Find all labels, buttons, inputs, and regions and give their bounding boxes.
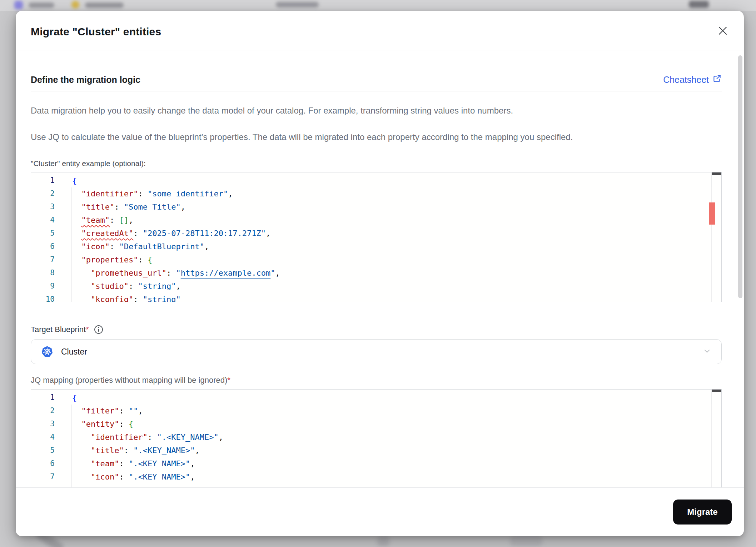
line-number: 9: [31, 280, 64, 293]
modal-scrollbar-thumb[interactable]: [738, 55, 742, 298]
editor-scrollbar-track: [711, 172, 721, 302]
background-text: [85, 2, 124, 8]
chevron-down-icon: [703, 347, 711, 357]
target-blueprint-label: Target Blueprint*: [31, 325, 89, 334]
editor-scrollbar-track: [711, 390, 721, 487]
code-content: "createdAt": "2025-07-28T11:20:17.271Z",: [64, 227, 711, 240]
editor-scrollbar-thumb[interactable]: [712, 390, 721, 392]
cheatsheet-label: Cheatsheet: [663, 75, 709, 85]
line-number: 2: [31, 187, 64, 200]
indent-guide: [71, 187, 72, 302]
code-line: 5 "title": ".<KEY_NAME>",: [31, 444, 721, 457]
line-number: 8: [31, 266, 64, 280]
error-overview-marker: [709, 202, 715, 225]
cheatsheet-link[interactable]: Cheatsheet: [663, 74, 722, 85]
code-line: 7 "icon": ".<KEY_NAME>",: [31, 470, 721, 483]
close-icon: [717, 25, 728, 37]
target-blueprint-value: Cluster: [61, 347, 703, 357]
modal-header: Migrate "Cluster" entities: [16, 11, 744, 50]
line-number: 10: [31, 293, 64, 302]
line-number: 5: [31, 227, 64, 240]
code-line: 10 "kconfig": "string": [31, 293, 721, 302]
code-content: "team": [],: [64, 214, 711, 227]
code-content: "studio": "string",: [64, 280, 711, 293]
code-line: 6 "icon": "DefaultBlueprint",: [31, 240, 721, 253]
section-heading: Define the migration logic: [31, 75, 140, 85]
description-paragraph-1: Data migration help you to easily change…: [31, 105, 722, 116]
line-number: 6: [31, 457, 64, 470]
code-line: 3 "entity": {: [31, 417, 721, 431]
background-shape: [377, 536, 389, 546]
code-content: "identifier": "some_identifier",: [64, 187, 711, 200]
code-line: 2 "filter": "",: [31, 404, 721, 417]
code-line: 6 "team": ".<KEY_NAME>",: [31, 457, 721, 470]
code-content: "kconfig": "string": [64, 293, 711, 302]
background-app-bar: [0, 0, 756, 11]
editor-scrollbar-thumb[interactable]: [712, 172, 721, 175]
entity-example-label: "Cluster" entity example (optional):: [31, 159, 722, 168]
target-blueprint-select[interactable]: Cluster: [31, 339, 722, 364]
indent-guide: [71, 405, 72, 487]
background-search: [276, 2, 319, 7]
jq-mapping-label: JQ mapping (properties without mapping w…: [31, 376, 722, 385]
modal-footer: Migrate: [16, 487, 744, 536]
code-content: "title": ".<KEY_NAME>",: [64, 444, 711, 457]
code-line: 7 "properties": {: [31, 253, 721, 266]
code-content: "icon": "DefaultBlueprint",: [64, 240, 711, 253]
line-number: 3: [31, 417, 64, 431]
code-line: 2 "identifier": "some_identifier",: [31, 187, 721, 200]
info-icon[interactable]: [94, 325, 103, 334]
code-content: "entity": {: [64, 417, 711, 431]
migrate-entities-modal: Migrate "Cluster" entities Define the mi…: [16, 11, 744, 536]
code-content: {: [64, 391, 711, 404]
line-number: 5: [31, 444, 64, 457]
description-paragraph-2: Use JQ to calculate the value of the blu…: [31, 131, 722, 143]
code-line: 9 "studio": "string",: [31, 280, 721, 293]
code-line: 3 "title": "Some Title",: [31, 200, 721, 214]
code-line: 1{: [31, 174, 721, 187]
background-shape: [510, 536, 542, 546]
entity-example-editor[interactable]: 1{2 "identifier": "some_identifier",3 "t…: [31, 172, 722, 302]
required-asterisk: *: [227, 376, 230, 385]
code-line: 8 "prometheus_url": "https://example.com…: [31, 266, 721, 280]
code-line: 4 "team": [],: [31, 214, 721, 227]
modal-title: Migrate "Cluster" entities: [31, 26, 727, 38]
close-button[interactable]: [717, 25, 729, 37]
external-link-icon: [712, 74, 722, 85]
code-content: "filter": "",: [64, 404, 711, 417]
kubernetes-icon: [41, 346, 53, 358]
background-controls: [689, 1, 709, 8]
migrate-button[interactable]: Migrate: [673, 500, 732, 525]
code-content: "title": "Some Title",: [64, 200, 711, 214]
background-app-icon: [14, 1, 23, 9]
modal-body: Define the migration logic Cheatsheet Da…: [16, 50, 744, 487]
line-number: 7: [31, 253, 64, 266]
line-number: 1: [31, 391, 64, 404]
required-asterisk: *: [86, 325, 89, 334]
code-content: {: [64, 174, 711, 187]
jq-mapping-editor[interactable]: 1{2 "filter": "",3 "entity": {4 "identif…: [31, 389, 722, 487]
code-content: "team": ".<KEY_NAME>",: [64, 457, 711, 470]
code-line: 1{: [31, 391, 721, 404]
line-number: 6: [31, 240, 64, 253]
code-content: "identifier": ".<KEY_NAME>",: [64, 431, 711, 444]
line-number: 4: [31, 431, 64, 444]
code-content: "icon": ".<KEY_NAME>",: [64, 470, 711, 483]
background-text: [29, 2, 54, 8]
line-number: 3: [31, 200, 64, 214]
divider: [31, 91, 722, 91]
code-line: 5 "createdAt": "2025-07-28T11:20:17.271Z…: [31, 227, 721, 240]
line-number: 1: [31, 174, 64, 187]
code-line: 4 "identifier": ".<KEY_NAME>",: [31, 431, 721, 444]
line-number: 2: [31, 404, 64, 417]
line-number: 7: [31, 470, 64, 483]
code-content: "prometheus_url": "https://example.com",: [64, 266, 711, 280]
line-number: 4: [31, 214, 64, 227]
background-app-icon: [71, 1, 79, 9]
code-content: "properties": {: [64, 253, 711, 266]
